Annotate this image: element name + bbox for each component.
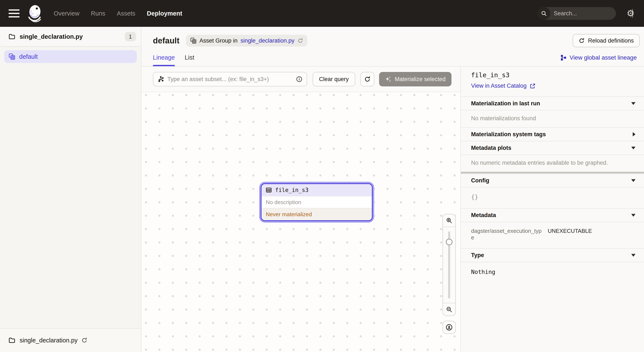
gear-icon[interactable]: ⚙ bbox=[626, 9, 635, 18]
section-materialization-in-last-run[interactable]: Materialization in last run bbox=[461, 96, 644, 110]
section-label: Metadata bbox=[471, 212, 496, 219]
asset-node-header: file_in_s3 bbox=[262, 184, 372, 196]
code-location-name: single_declaration.py bbox=[20, 33, 83, 40]
chevron-down-icon bbox=[631, 214, 636, 217]
zoom-in-icon[interactable] bbox=[443, 214, 455, 227]
asset-group-icon bbox=[190, 37, 196, 44]
nav-item-assets[interactable]: Assets bbox=[117, 10, 136, 17]
top-nav: Overview Runs Assets Deployment / ⚙ bbox=[0, 0, 644, 27]
sidebar-footer-location[interactable]: single_declaration.py bbox=[0, 328, 141, 352]
asset-node-description: No description bbox=[262, 196, 372, 208]
asset-count-badge: 1 bbox=[125, 32, 136, 41]
external-link-icon bbox=[530, 83, 536, 89]
sidebar-item-default[interactable]: default bbox=[4, 50, 137, 63]
tab-lineage[interactable]: Lineage bbox=[153, 54, 175, 66]
metadata-key: dagster/asset_execution_type bbox=[471, 228, 548, 241]
asset-query-toolbar: Clear query Materialize selected bbox=[142, 67, 460, 92]
main-content: default Asset Group in single_declaratio… bbox=[142, 27, 644, 352]
section-label: Materialization system tags bbox=[471, 131, 546, 138]
chevron-down-icon bbox=[631, 179, 636, 182]
chevron-right-icon bbox=[633, 132, 636, 136]
lineage-canvas-section: Clear query Materialize selected bbox=[142, 67, 460, 352]
page-title: default bbox=[153, 36, 180, 45]
zoom-out-icon[interactable] bbox=[443, 303, 455, 316]
section-materialization-system-tags[interactable]: Materialization system tags bbox=[461, 127, 644, 141]
reload-icon[interactable] bbox=[81, 337, 87, 343]
folder-icon bbox=[8, 33, 15, 40]
sparkle-icon bbox=[385, 76, 392, 82]
asset-group-tag-link[interactable]: single_declaration.py bbox=[240, 37, 294, 44]
asset-details-panel: file_in_s3 View in Asset Catalog Materia… bbox=[460, 67, 644, 352]
table-icon bbox=[266, 187, 272, 193]
view-in-asset-catalog-label: View in Asset Catalog bbox=[471, 83, 527, 89]
asset-details-title: file_in_s3 bbox=[471, 71, 634, 79]
content-header: default Asset Group in single_declaratio… bbox=[142, 27, 644, 67]
view-global-asset-lineage-label: View global asset lineage bbox=[570, 54, 637, 61]
materializations-empty-text: No materializations found bbox=[461, 110, 644, 127]
dagster-app: Overview Runs Assets Deployment / ⚙ sin bbox=[0, 0, 644, 352]
section-type[interactable]: Type bbox=[461, 248, 644, 262]
asset-node-name: file_in_s3 bbox=[275, 187, 308, 193]
nav-links: Overview Runs Assets Deployment bbox=[54, 10, 182, 17]
zoom-controls bbox=[442, 214, 456, 334]
chevron-down-icon bbox=[631, 102, 636, 105]
section-label: Config bbox=[471, 177, 489, 184]
sidebar-code-location[interactable]: single_declaration.py 1 bbox=[0, 27, 141, 47]
footer-location-name: single_declaration.py bbox=[20, 337, 78, 344]
reload-icon bbox=[578, 38, 584, 44]
sidebar: single_declaration.py 1 default single_d… bbox=[0, 27, 142, 352]
zoom-pill bbox=[442, 214, 456, 316]
dagster-logo bbox=[26, 3, 45, 23]
asset-subset-input-wrap bbox=[153, 72, 307, 86]
asset-group-tag-text: Asset Group in bbox=[200, 37, 238, 44]
reload-definitions-label: Reload definitions bbox=[588, 37, 634, 44]
search-icon bbox=[538, 7, 550, 20]
sidebar-item-label: default bbox=[19, 53, 38, 60]
config-value: {} bbox=[471, 194, 478, 201]
asset-node-status: Never materialized bbox=[262, 208, 372, 220]
info-icon[interactable] bbox=[296, 76, 302, 82]
asset-subset-input[interactable] bbox=[168, 76, 292, 83]
zoom-slider[interactable] bbox=[443, 227, 455, 303]
refresh-graph-button[interactable] bbox=[360, 72, 374, 86]
chevron-down-icon bbox=[631, 254, 636, 257]
metadata-value: UNEXECUTABLE bbox=[548, 228, 592, 234]
reload-definitions-button[interactable]: Reload definitions bbox=[573, 34, 640, 47]
view-global-asset-lineage-link[interactable]: View global asset lineage bbox=[560, 54, 637, 66]
menu-icon[interactable] bbox=[8, 9, 20, 17]
op-selector-icon bbox=[158, 76, 164, 82]
nav-item-deployment[interactable]: Deployment bbox=[147, 10, 182, 17]
section-config[interactable]: Config bbox=[461, 173, 644, 187]
reload-icon[interactable] bbox=[298, 38, 303, 43]
metadata-row: dagster/asset_execution_type UNEXECUTABL… bbox=[471, 228, 634, 241]
type-value: Nothing bbox=[471, 269, 495, 275]
nav-item-runs[interactable]: Runs bbox=[91, 10, 106, 17]
clear-query-button[interactable]: Clear query bbox=[313, 72, 355, 86]
materialize-selected-button[interactable]: Materialize selected bbox=[379, 72, 452, 86]
section-metadata-plots[interactable]: Metadata plots bbox=[461, 141, 644, 154]
folder-icon bbox=[8, 337, 15, 344]
asset-node-file-in-s3[interactable]: file_in_s3 No description Never material… bbox=[261, 183, 373, 221]
top-nav-right: / ⚙ bbox=[538, 7, 635, 20]
zoom-slider-thumb[interactable] bbox=[446, 239, 452, 245]
search-box[interactable]: / bbox=[538, 7, 616, 20]
chevron-down-icon bbox=[631, 147, 636, 149]
metadata-plots-empty-text: No numeric metadata entries available to… bbox=[461, 154, 644, 172]
panel-splitter[interactable] bbox=[461, 172, 644, 173]
section-metadata[interactable]: Metadata bbox=[461, 208, 644, 222]
asset-group-icon bbox=[8, 53, 15, 60]
materialize-selected-label: Materialize selected bbox=[395, 76, 446, 83]
asset-group-tag: Asset Group in single_declaration.py bbox=[186, 35, 307, 47]
section-label: Materialization in last run bbox=[471, 100, 540, 107]
lineage-graph-viewport[interactable]: file_in_s3 No description Never material… bbox=[142, 92, 460, 352]
lineage-icon bbox=[560, 54, 567, 61]
section-label: Type bbox=[471, 252, 484, 259]
section-label: Metadata plots bbox=[471, 145, 511, 151]
download-icon[interactable] bbox=[442, 321, 456, 334]
view-in-asset-catalog-link[interactable]: View in Asset Catalog bbox=[471, 83, 634, 89]
nav-item-overview[interactable]: Overview bbox=[54, 10, 80, 17]
tab-list[interactable]: List bbox=[185, 54, 194, 66]
search-input[interactable] bbox=[550, 10, 632, 17]
